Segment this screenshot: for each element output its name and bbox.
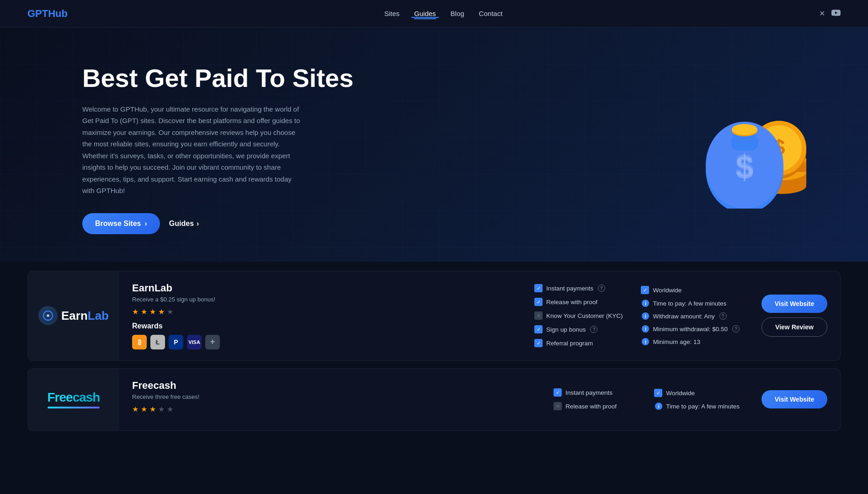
earnlab-info: EarnLab Receive a $0.25 sign up bonus! ★… [119,271,525,360]
feature-referral: ✓ Referral program [534,339,623,347]
freecash-features-col1: ✓ Instant payments ✕ Release with proof [544,369,645,430]
earnlab-features-col1: ✓ Instant payments ? ✓ Release with proo… [525,271,632,360]
freecash-features-col2: ✓ Worldwide i Time to pay: A few minutes [645,369,749,430]
earnlab-logo-area: EarnLab [28,271,119,360]
feature-worldwide: ✓ Worldwide [641,286,740,294]
navbar: GPTHub Sites Guides Blog Contact ✕ [0,0,868,27]
earnlab-visit-button[interactable]: Visit Website [761,295,827,313]
feature-min-withdrawal: i Minimum withdrawal: $0.50 ? [641,325,740,333]
signup-bonus-help-icon[interactable]: ? [590,326,597,333]
hero-buttons: Browse Sites › Guides › [82,213,353,234]
guides-button[interactable]: Guides › [169,220,199,228]
feature-kyc: ✕ Know Your Customer (KYC) [534,311,623,320]
browse-sites-button[interactable]: Browse Sites › [82,213,160,234]
earnlab-actions: Visit Website View Review [749,271,840,360]
sites-section: EarnLab EarnLab Receive a $0.25 sign up … [0,262,868,456]
youtube-icon[interactable] [831,10,841,18]
feature-min-age: i Minimum age: 13 [641,338,740,345]
freecash-actions: Visit Website [749,369,840,430]
withdraw-amount-info-icon[interactable]: i [642,312,649,320]
freecash-feature-release-proof: ✕ Release with proof [554,402,636,410]
nav-item-contact[interactable]: Contact [479,10,503,18]
hero-illustration: $ $ $ [685,81,813,209]
nav-item-guides[interactable]: Guides [414,10,436,18]
freecash-feature-worldwide: ✓ Worldwide [654,389,740,397]
freecash-feature-time-to-pay: i Time to pay: A few minutes [654,403,740,410]
withdraw-amount-help-icon[interactable]: ? [719,312,727,320]
social-links: ✕ [819,9,841,18]
freecash-logo: Freecash [48,390,100,408]
btc-icon: ₿ [132,335,147,349]
visa-icon: VISA [187,335,202,349]
freecash-bonus: Receive three free cases! [132,393,532,400]
more-rewards-icon[interactable]: + [205,335,220,349]
svg-text:$: $ [736,148,754,183]
earnlab-reward-icons: ₿ Ł P VISA + [132,335,512,349]
twitter-icon[interactable]: ✕ [819,9,825,18]
feature-time-to-pay: i Time to pay: A few minutes [641,300,740,307]
feature-release-proof: ✓ Release with proof [534,298,623,306]
hero-description: Welcome to GPTHub, your ultimate resourc… [82,103,302,197]
min-age-info-icon[interactable]: i [642,338,649,345]
earnlab-review-button[interactable]: View Review [761,317,827,337]
freecash-logo-area: Freecash [28,369,119,430]
nav-item-blog[interactable]: Blog [451,10,464,18]
hero-content: Best Get Paid To Sites Welcome to GPTHub… [82,64,353,234]
earnlab-features-col2: ✓ Worldwide i Time to pay: A few minutes… [632,271,749,360]
earnlab-name: EarnLab [132,282,512,294]
freecash-card: Freecash Freecash Receive three free cas… [27,368,841,431]
feature-signup-bonus: ✓ Sign up bonus ? [534,325,623,333]
earnlab-stars: ★ ★ ★ ★ ★ [132,307,512,315]
earnlab-icon [38,306,58,325]
freecash-time-to-pay-info-icon[interactable]: i [655,403,662,410]
nav-links: Sites Guides Blog Contact [384,10,503,18]
min-withdrawal-info-icon[interactable]: i [642,325,649,333]
freecash-stars: ★ ★ ★ ★ ★ [132,405,532,412]
hero-section: Best Get Paid To Sites Welcome to GPTHub… [0,27,868,262]
svg-point-18 [47,315,49,317]
instant-payments-help-icon[interactable]: ? [598,285,605,292]
earnlab-logo: EarnLab [38,306,109,325]
nav-item-sites[interactable]: Sites [384,10,399,18]
earnlab-rewards-label: Rewards [132,322,512,330]
logo-accent: Hub [48,8,68,19]
time-to-pay-info-icon[interactable]: i [642,300,649,307]
paypal-icon: P [169,335,183,349]
earnlab-card: EarnLab EarnLab Receive a $0.25 sign up … [27,271,841,361]
logo[interactable]: GPTHub [27,8,68,20]
freecash-feature-instant-payments: ✓ Instant payments [554,388,636,397]
hero-title: Best Get Paid To Sites [82,64,353,92]
logo-text: GPT [27,8,48,19]
earnlab-bonus: Receive a $0.25 sign up bonus! [132,296,512,303]
freecash-info: Freecash Receive three free cases! ★ ★ ★… [119,369,544,430]
ltc-icon: Ł [150,335,165,349]
svg-point-14 [732,124,757,135]
feature-instant-payments: ✓ Instant payments ? [534,284,623,292]
feature-withdraw-amount: i Withdraw amount: Any ? [641,312,740,320]
freecash-visit-button[interactable]: Visit Website [761,390,827,408]
min-withdrawal-help-icon[interactable]: ? [732,325,740,333]
freecash-name: Freecash [132,380,532,392]
